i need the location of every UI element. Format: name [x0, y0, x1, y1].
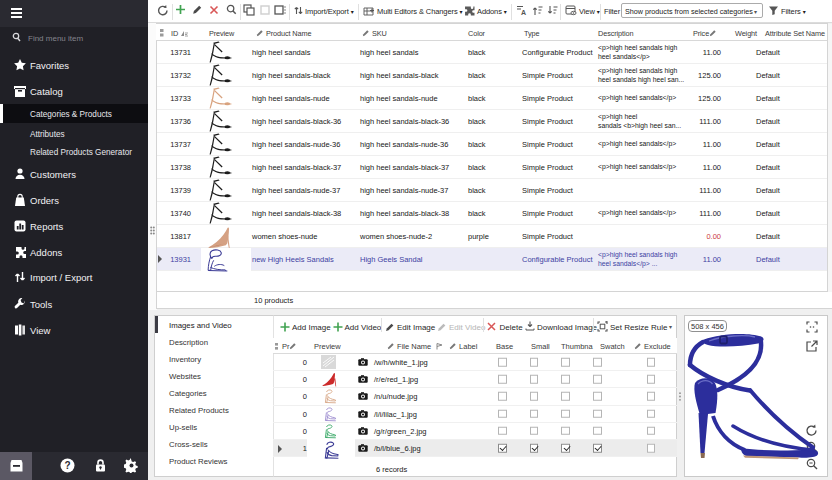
svg-text:?: ?	[64, 460, 70, 471]
svg-text:A: A	[521, 9, 526, 16]
